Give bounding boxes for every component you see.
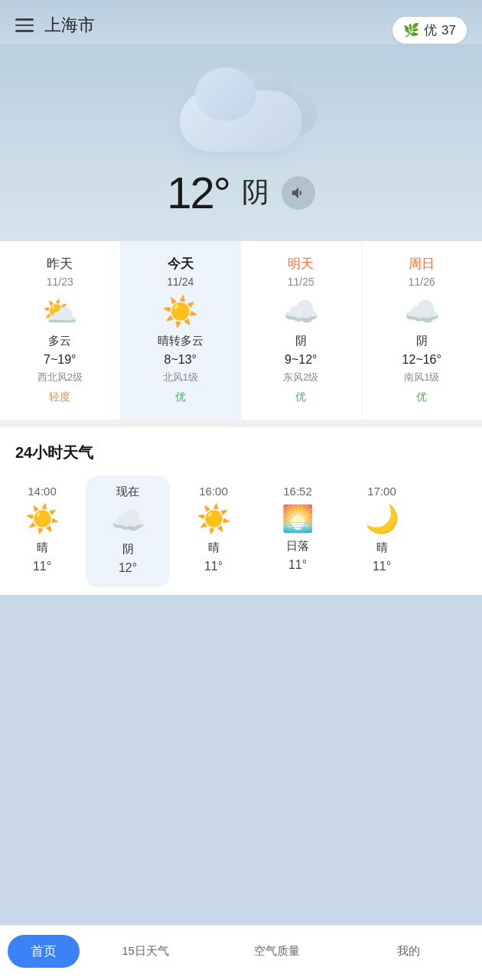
city-name: 上海市 [44, 14, 95, 37]
temp-today: 8~13° [164, 353, 197, 367]
temp-yesterday: 7~19° [44, 353, 76, 367]
hour-label-1400: 14:00 [28, 485, 57, 498]
weather-yesterday: 多云 [48, 334, 71, 348]
icon-yesterday: ⛅ [42, 297, 78, 326]
nav-label-profile: 我的 [397, 944, 420, 959]
icon-sunday: ☁️ [404, 297, 440, 326]
forecast-col-today[interactable]: 今天 11/24 ☀️ 晴转多云 8~13° 北风1级 优 [121, 241, 242, 420]
section-divider [0, 420, 482, 427]
hour-icon-1600: ☀️ [197, 505, 231, 533]
hour-desc-sunset: 日落 [286, 539, 309, 554]
weather-cloud-illustration [157, 60, 325, 152]
aqi-today: 优 [168, 389, 194, 406]
nav-label-aqi: 空气质量 [254, 944, 300, 959]
hour-icon-sunset: 🌅 [282, 505, 314, 531]
hero-section: 12° 阴 [0, 44, 482, 241]
icon-tomorrow: ☁️ [283, 297, 319, 326]
hour-temp-1400: 11° [33, 560, 51, 573]
day-yesterday: 昨天 [47, 255, 73, 273]
hourly-section: 24小时天气 14:00 ☀️ 晴 11° 现在 ☁️ 阴 12° 16:00 … [0, 427, 482, 595]
hour-temp-now: 12° [119, 561, 137, 575]
current-temperature: 12° [167, 167, 230, 218]
hourly-col-1600: 16:00 ☀️ 晴 11° [171, 475, 256, 587]
hour-label-now: 现在 [116, 485, 139, 499]
icon-today: ☀️ [162, 297, 198, 326]
wind-tomorrow: 东风2级 [283, 371, 318, 384]
hour-desc-1700: 晴 [376, 541, 388, 555]
sound-icon [290, 185, 307, 201]
hour-label-sunset: 16:52 [283, 485, 312, 498]
nav-item-home[interactable]: 首页 [8, 935, 80, 968]
hour-icon-1400: ☀️ [25, 505, 60, 533]
hourly-title: 24小时天气 [0, 443, 482, 475]
wind-yesterday: 西北风2级 [37, 371, 83, 384]
leaf-icon: 🌿 [403, 22, 419, 38]
weather-today: 晴转多云 [158, 334, 204, 348]
hour-desc-now: 阴 [122, 542, 134, 557]
nav-item-aqi[interactable]: 空气质量 [211, 941, 343, 962]
hour-temp-sunset: 11° [288, 558, 307, 572]
forecast-col-yesterday[interactable]: 昨天 11/23 ⛅ 多云 7~19° 西北风2级 轻度 [0, 241, 121, 420]
forecast-grid: 昨天 11/23 ⛅ 多云 7~19° 西北风2级 轻度 今天 11/24 ☀️… [0, 241, 482, 420]
aqi-level: 优 [424, 21, 437, 39]
hour-icon-now: ☁️ [111, 507, 145, 534]
date-sunday: 11/26 [409, 276, 435, 288]
hour-label-1700: 17:00 [367, 485, 396, 498]
forecast-col-sunday[interactable]: 周日 11/26 ☁️ 阴 12~16° 南风1级 优 [362, 241, 483, 420]
nav-item-15days[interactable]: 15日天气 [80, 941, 211, 962]
menu-button[interactable] [15, 18, 34, 32]
aqi-sunday: 优 [409, 389, 435, 406]
aqi-badge[interactable]: 🌿 优 37 [392, 17, 467, 44]
day-tomorrow: 明天 [288, 255, 314, 273]
wind-today: 北风1级 [163, 371, 198, 384]
day-today: 今天 [168, 255, 194, 273]
wind-sunday: 南风1级 [404, 371, 439, 384]
bottom-nav: 首页 15日天气 空气质量 我的 [0, 925, 482, 980]
hourly-col-1400: 14:00 ☀️ 晴 11° [0, 475, 84, 587]
date-tomorrow: 11/25 [288, 276, 314, 288]
hourly-col-1700: 17:00 🌙 晴 11° [340, 475, 424, 587]
nav-label-home: 首页 [31, 942, 57, 960]
day-sunday: 周日 [409, 255, 435, 273]
date-yesterday: 11/23 [47, 276, 73, 288]
aqi-value: 37 [441, 23, 456, 38]
hour-temp-1700: 11° [373, 560, 391, 573]
hour-icon-1700: 🌙 [365, 505, 399, 533]
hourly-col-sunset: 16:52 🌅 日落 11° [256, 475, 340, 587]
weather-tomorrow: 阴 [295, 334, 307, 348]
hour-desc-1600: 晴 [208, 541, 220, 555]
temp-sunday: 12~16° [402, 353, 441, 367]
aqi-yesterday: 轻度 [41, 389, 78, 406]
temp-tomorrow: 9~12° [285, 353, 317, 367]
nav-label-15days: 15日天气 [122, 944, 169, 959]
current-weather-desc: 阴 [242, 174, 269, 211]
forecast-col-tomorrow[interactable]: 明天 11/25 ☁️ 阴 9~12° 东风2级 优 [241, 241, 362, 420]
hourly-col-now: 现在 ☁️ 阴 12° [86, 475, 170, 587]
date-today: 11/24 [167, 276, 194, 288]
hourly-scroll[interactable]: 14:00 ☀️ 晴 11° 现在 ☁️ 阴 12° 16:00 ☀️ 晴 11… [0, 475, 482, 595]
weather-sunday: 阴 [416, 334, 428, 348]
sound-button[interactable] [282, 176, 315, 210]
hour-label-1600: 16:00 [199, 485, 228, 498]
nav-item-profile[interactable]: 我的 [343, 941, 474, 962]
forecast-card: 昨天 11/23 ⛅ 多云 7~19° 西北风2级 轻度 今天 11/24 ☀️… [0, 241, 482, 420]
hour-desc-1400: 晴 [37, 541, 48, 555]
aqi-tomorrow: 优 [288, 389, 314, 406]
hour-temp-1600: 11° [204, 560, 223, 573]
